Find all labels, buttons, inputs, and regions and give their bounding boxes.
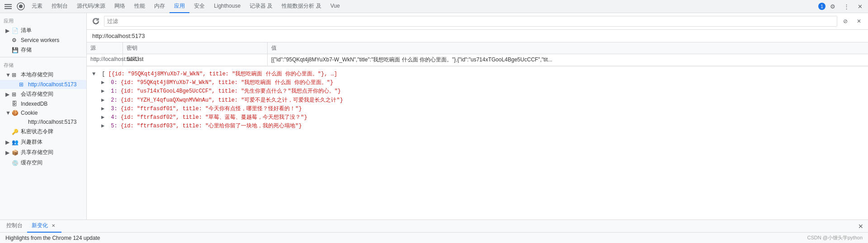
bottom-panel: 控制台 新变化 ✕ ✕ Highlights from the Chrome 1… xyxy=(0,220,868,243)
cell-value: [{"id":"95QKqt4j8MYuXb7-W_WkN","title":"… xyxy=(268,54,868,65)
col-source-header: 源 xyxy=(87,42,123,54)
top-right-actions: 1 ⚙ ⋮ ✕ xyxy=(818,0,866,13)
indexeddb-icon: 🗄 xyxy=(12,101,19,107)
sidebar-app-section: 应用 xyxy=(0,15,86,25)
json-tree-viewer: ▼ [ [{id: "95QKqt4j8MYuXb7-W_WkN", title… xyxy=(87,66,868,220)
filter-input[interactable] xyxy=(104,16,837,27)
bottom-status-bar: Highlights from the Chrome 124 update CS… xyxy=(0,233,868,243)
tab-vue[interactable]: Vue xyxy=(326,0,344,13)
sidebar-item-interest-groups[interactable]: ▶ 👥 兴趣群体 xyxy=(0,137,86,147)
cache-icon: 💿 xyxy=(12,160,19,166)
sidebar-item-localhost-cookie[interactable]: http://localhost:5173 xyxy=(0,117,86,126)
cookie-icon: 🍪 xyxy=(12,110,19,116)
json-root-line[interactable]: ▼ [ [{id: "95QKqt4j8MYuXb7-W_WkN", title… xyxy=(92,70,863,79)
json-expand-3-icon[interactable]: ▶ xyxy=(101,105,108,113)
tab-network[interactable]: 网络 xyxy=(110,0,130,13)
local-storage-icon: ⊞ xyxy=(12,72,19,78)
tab-sources[interactable]: 源代码/来源 xyxy=(72,0,110,13)
sidebar-item-local-storage[interactable]: ▼ ⊞ 本地存储空间 xyxy=(0,70,86,80)
devtools-tab-bar: 元素 控制台 源代码/来源 网络 性能 内存 应用 安全 Lighthouse … xyxy=(0,0,868,13)
svg-rect-0 xyxy=(5,4,12,5)
tab-security[interactable]: 安全 xyxy=(189,0,209,13)
service-workers-icon: ⚙ xyxy=(12,37,19,43)
bottom-tab-bar: 控制台 新变化 ✕ ✕ xyxy=(0,220,868,233)
sidebar-item-storage-top[interactable]: 💾 存储 xyxy=(0,45,86,55)
sidebar-storage-section: 存储 xyxy=(0,59,86,70)
tab-console[interactable]: 控制台 xyxy=(47,0,72,13)
settings-icon[interactable]: ⚙ xyxy=(826,0,839,13)
tab-elements[interactable]: 元素 xyxy=(27,0,47,13)
col-value-header: 值 xyxy=(268,42,868,54)
filter-clear-icon[interactable]: ⊘ xyxy=(840,16,851,27)
manifest-icon: 📄 xyxy=(12,28,19,34)
tab-recorder[interactable]: 记录器 及 xyxy=(245,0,277,13)
bottom-tab-new-changes[interactable]: 新变化 ✕ xyxy=(27,220,61,233)
sidebar-item-manifest[interactable]: ▶ 📄 清单 xyxy=(0,25,86,36)
devtools-logo-icon xyxy=(14,0,27,13)
sidebar-item-cookie[interactable]: ▼ 🍪 Cookie xyxy=(0,108,86,117)
more-options-icon[interactable]: ⋮ xyxy=(840,0,853,13)
json-expand-1-icon[interactable]: ▶ xyxy=(101,87,108,96)
expand-icon: ▶ xyxy=(5,150,10,156)
sidebar-item-session-storage[interactable]: ▶ ⊞ 会话存储空间 xyxy=(0,89,86,99)
filter-bar: ⊘ ✕ xyxy=(87,13,868,30)
svg-rect-2 xyxy=(5,8,12,9)
cell-key: talkList xyxy=(123,54,268,65)
tab-perf-insights[interactable]: 性能数据分析 及 xyxy=(277,0,326,13)
bottom-tab-console[interactable]: 控制台 xyxy=(2,220,27,233)
status-text: Highlights from the Chrome 124 update xyxy=(5,235,100,241)
sidebar-item-service-workers[interactable]: ⚙ Service workers xyxy=(0,36,86,45)
sidebar-item-localhost-local[interactable]: ⊞ http://localhost:5173 xyxy=(0,80,86,89)
json-item-1[interactable]: ▶ 1: {id: "us714xTGooL4Bge5UcCCF", title… xyxy=(92,87,863,96)
tab-lighthouse[interactable]: Lighthouse xyxy=(209,0,245,13)
cell-source: http://localhost:5173 xyxy=(87,54,123,65)
close-devtools-icon[interactable]: ✕ xyxy=(854,0,866,13)
expand-arrow-icon: ▶ xyxy=(5,28,10,34)
sidebar: 应用 ▶ 📄 清单 ⚙ Service workers 💾 存储 存储 ▼ ⊞ … xyxy=(0,13,87,220)
session-storage-icon: ⊞ xyxy=(12,91,19,98)
json-expand-5-icon[interactable]: ▶ xyxy=(101,122,108,131)
sidebar-item-cache[interactable]: 💿 缓存空间 xyxy=(0,158,86,168)
content-area: ⊘ ✕ http://localhost:5173 源 密钥 值 http://… xyxy=(87,13,868,220)
json-item-0[interactable]: ▶ 0: {id: "95QKqt4j8MYuXb7-W_WkN", title… xyxy=(92,79,863,87)
devtools-menu-icon[interactable] xyxy=(2,0,14,13)
table-row[interactable]: http://localhost:5173 talkList [{"id":"9… xyxy=(87,54,868,66)
bottom-panel-close-icon[interactable]: ✕ xyxy=(855,221,866,232)
interest-groups-icon: 👥 xyxy=(12,139,19,145)
tab-performance[interactable]: 性能 xyxy=(130,0,150,13)
tab-memory[interactable]: 内存 xyxy=(150,0,170,13)
col-key-header: 密钥 xyxy=(123,42,268,54)
json-item-2[interactable]: ▶ 2: {id: "YZH_Y4qfuaQXwqnMVWnAu", title… xyxy=(92,96,863,105)
sidebar-item-private-state[interactable]: 🔑 私密状态令牌 xyxy=(0,126,86,137)
refresh-button[interactable] xyxy=(90,16,101,27)
watermark-text: CSDN @小馒头学python xyxy=(807,234,863,241)
json-item-3[interactable]: ▶ 3: {id: "ftrfasdf01", title: "今天你有点怪，哪… xyxy=(92,105,863,113)
storage-table-header: 源 密钥 值 xyxy=(87,42,868,54)
url-bar: http://localhost:5173 xyxy=(87,30,868,42)
json-item-5[interactable]: ▶ 5: {id: "ftrfasdf03", title: "心里给你留了一块… xyxy=(92,122,863,131)
expand-icon: ▶ xyxy=(5,139,10,145)
sidebar-item-indexeddb[interactable]: 🗄 IndexedDB xyxy=(0,99,86,108)
expand-icon: ▶ xyxy=(5,91,10,98)
expand-icon: ▼ xyxy=(5,110,10,116)
svg-point-4 xyxy=(19,5,23,8)
main-layout: 应用 ▶ 📄 清单 ⚙ Service workers 💾 存储 存储 ▼ ⊞ … xyxy=(0,13,868,220)
json-collapse-icon[interactable]: ▼ xyxy=(92,70,99,79)
sidebar-item-shared-storage[interactable]: ▶ 📦 共享存储空间 xyxy=(0,147,86,158)
private-state-icon: 🔑 xyxy=(12,129,19,135)
json-expand-2-icon[interactable]: ▶ xyxy=(101,96,108,105)
json-item-4[interactable]: ▶ 4: {id: "ftrfasdf02", title: "草莓、蓝莓、蔓越… xyxy=(92,113,863,122)
notification-badge[interactable]: 1 xyxy=(818,3,826,10)
storage-icon: 💾 xyxy=(12,47,19,53)
filter-close-icon[interactable]: ✕ xyxy=(854,16,864,27)
json-expand-4-icon[interactable]: ▶ xyxy=(101,113,108,122)
localhost-local-icon: ⊞ xyxy=(19,81,26,88)
tab-close-icon[interactable]: ✕ xyxy=(50,222,57,229)
svg-rect-1 xyxy=(5,6,12,7)
json-expand-0-icon[interactable]: ▶ xyxy=(101,79,108,87)
shared-storage-icon: 📦 xyxy=(12,150,19,156)
expand-icon: ▼ xyxy=(5,72,10,78)
tab-application[interactable]: 应用 xyxy=(170,0,189,13)
